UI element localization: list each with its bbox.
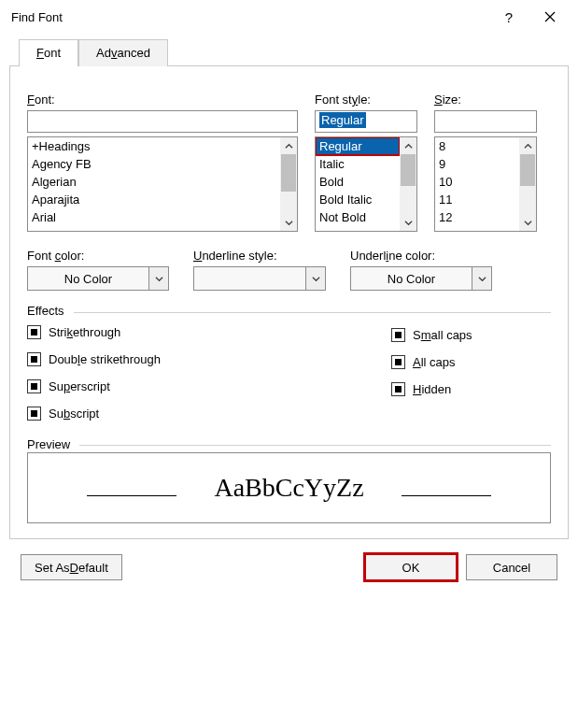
scrollbar[interactable] xyxy=(519,137,536,231)
subscript-checkbox[interactable]: Subscript xyxy=(27,407,551,421)
scroll-up-button[interactable] xyxy=(400,137,416,154)
chevron-up-icon xyxy=(285,142,293,150)
list-item[interactable]: Bold Italic xyxy=(316,191,400,208)
font-row: Font: +Headings Agency FB Algerian Apara… xyxy=(27,93,551,232)
hidden-checkbox[interactable]: Hidden xyxy=(391,382,472,396)
underline-color-label: Underline color: xyxy=(350,249,492,263)
font-input[interactable] xyxy=(27,110,298,133)
list-item[interactable]: +Headings xyxy=(28,137,280,155)
effects-right-col: Small caps All caps Hidden xyxy=(176,328,472,396)
scroll-down-button[interactable] xyxy=(519,214,536,231)
chevron-down-icon xyxy=(312,275,320,283)
divider xyxy=(74,312,551,313)
all-caps-checkbox[interactable]: All caps xyxy=(391,355,472,369)
list-item[interactable]: 11 xyxy=(435,191,519,208)
checkbox-indeterminate-icon xyxy=(391,328,405,342)
font-color-label: Font color: xyxy=(27,249,169,263)
dialog-body: Font Advanced Font: +Headings Agency FB … xyxy=(0,34,578,595)
checkbox-indeterminate-icon xyxy=(27,407,41,421)
chevron-down-icon xyxy=(404,219,413,227)
scrollbar[interactable] xyxy=(400,137,416,231)
list-item[interactable]: Bold xyxy=(316,173,400,191)
color-row: Font color: No Color Underline style: Un… xyxy=(27,249,551,291)
chevron-down-icon xyxy=(285,219,293,227)
tabstrip: Font Advanced xyxy=(19,39,569,66)
checkbox-indeterminate-icon xyxy=(27,325,41,339)
set-as-default-button[interactable]: Set As Default xyxy=(21,554,122,580)
list-item[interactable]: Agency FB xyxy=(28,155,280,173)
font-style-listbox[interactable]: Regular Italic Bold Bold Italic Not Bold xyxy=(315,136,417,232)
list-item[interactable]: 12 xyxy=(435,208,519,226)
ok-button[interactable]: OK xyxy=(365,554,457,580)
preview-legend: Preview xyxy=(27,437,76,451)
scroll-up-button[interactable] xyxy=(280,137,297,154)
preview-rule xyxy=(402,495,491,496)
small-caps-checkbox[interactable]: Small caps xyxy=(391,328,472,342)
scroll-down-button[interactable] xyxy=(400,214,416,231)
size-label: Size: xyxy=(434,93,537,107)
dropdown-button[interactable] xyxy=(472,266,492,291)
close-icon xyxy=(544,11,556,22)
font-style-column: Font style: Regular Regular Italic Bold … xyxy=(315,93,417,232)
tab-panel: Font: +Headings Agency FB Algerian Apara… xyxy=(9,65,569,539)
tab-font[interactable]: Font xyxy=(19,39,78,66)
font-color-dropdown[interactable]: No Color xyxy=(27,266,148,291)
list-item[interactable]: Aparajita xyxy=(28,191,280,208)
titlebar: Find Font ? xyxy=(0,0,578,34)
scroll-thumb[interactable] xyxy=(520,154,535,186)
list-item[interactable]: Algerian xyxy=(28,173,280,191)
dialog-footer: Set As Default OK Cancel xyxy=(9,539,569,595)
effects-legend: Effects xyxy=(27,304,70,318)
list-item[interactable]: Not Bold xyxy=(316,208,400,226)
help-button[interactable]: ? xyxy=(488,0,529,34)
font-column: Font: +Headings Agency FB Algerian Apara… xyxy=(27,93,298,232)
close-button[interactable] xyxy=(529,0,571,34)
tab-advanced[interactable]: Advanced xyxy=(78,39,168,66)
underline-color-group: Underline color: No Color xyxy=(350,249,492,291)
preview-rule xyxy=(87,495,176,496)
font-color-group: Font color: No Color xyxy=(27,249,169,291)
underline-style-dropdown[interactable] xyxy=(193,266,305,291)
scroll-thumb[interactable] xyxy=(401,154,416,186)
checkbox-indeterminate-icon xyxy=(27,379,41,393)
scrollbar[interactable] xyxy=(280,137,297,231)
scroll-thumb[interactable] xyxy=(281,154,296,192)
font-style-label: Font style: xyxy=(315,93,417,107)
preview-section: Preview AaBbCcYyZz xyxy=(27,437,551,523)
chevron-down-icon xyxy=(478,275,486,283)
underline-style-group: Underline style: xyxy=(193,249,326,291)
scroll-down-button[interactable] xyxy=(280,214,297,231)
chevron-down-icon xyxy=(155,275,163,283)
underline-color-dropdown[interactable]: No Color xyxy=(350,266,472,291)
list-item[interactable]: 8 xyxy=(435,137,519,155)
size-listbox[interactable]: 8 9 10 11 12 xyxy=(434,136,537,232)
font-listbox[interactable]: +Headings Agency FB Algerian Aparajita A… xyxy=(27,136,298,232)
list-item[interactable]: 9 xyxy=(435,155,519,173)
list-item[interactable]: 10 xyxy=(435,173,519,191)
list-item[interactable]: Regular xyxy=(316,137,400,155)
size-input[interactable] xyxy=(434,110,537,133)
chevron-down-icon xyxy=(524,219,532,227)
dropdown-button[interactable] xyxy=(148,266,169,291)
size-column: Size: 8 9 10 11 12 xyxy=(434,93,537,232)
list-item[interactable]: Arial xyxy=(28,208,280,226)
preview-text: AaBbCcYyZz xyxy=(214,473,363,503)
scroll-up-button[interactable] xyxy=(519,137,536,154)
font-label: Font: xyxy=(27,93,298,107)
cancel-button[interactable]: Cancel xyxy=(466,554,557,580)
chevron-up-icon xyxy=(524,142,532,150)
checkbox-indeterminate-icon xyxy=(391,382,405,396)
font-style-input[interactable]: Regular xyxy=(315,110,417,133)
dialog-title: Find Font xyxy=(11,10,488,24)
list-item[interactable]: Italic xyxy=(316,155,400,173)
checkbox-indeterminate-icon xyxy=(27,352,41,366)
preview-box: AaBbCcYyZz xyxy=(27,452,551,523)
divider xyxy=(79,445,551,446)
dropdown-button[interactable] xyxy=(305,266,326,291)
chevron-up-icon xyxy=(404,142,413,150)
checkbox-indeterminate-icon xyxy=(391,355,405,369)
effects-fieldset: Effects Strikethrough Double strikethrou… xyxy=(27,304,551,421)
underline-style-label: Underline style: xyxy=(193,249,326,263)
